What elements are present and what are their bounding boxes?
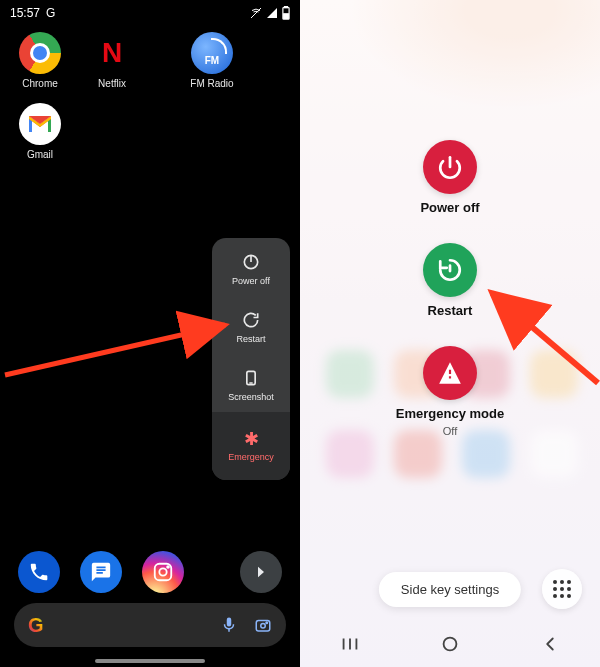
- samsung-restart[interactable]: Restart: [423, 243, 477, 318]
- svg-point-7: [261, 624, 266, 629]
- nav-back-icon[interactable]: [539, 633, 561, 655]
- side-key-label: Side key settings: [401, 582, 499, 597]
- app-netflix[interactable]: N Netflix: [76, 32, 148, 89]
- app-gmail[interactable]: Gmail: [4, 103, 76, 160]
- power-menu-screenshot[interactable]: Screenshot: [212, 354, 290, 412]
- app-label: Netflix: [98, 78, 126, 89]
- app-label: Gmail: [27, 149, 53, 160]
- status-icons: [250, 6, 290, 20]
- restart-icon: [241, 310, 261, 330]
- phone-icon: [28, 561, 50, 583]
- status-time: 15:57: [10, 6, 40, 20]
- messages-icon: [90, 561, 112, 583]
- restart-icon: [423, 243, 477, 297]
- screenshot-icon: [241, 368, 261, 388]
- app-label: FM Radio: [190, 78, 233, 89]
- instagram-icon: [152, 561, 174, 583]
- gmail-icon: [19, 103, 61, 145]
- status-bar: 15:57 G: [0, 0, 300, 22]
- google-search-bar[interactable]: G: [14, 603, 286, 647]
- samsung-phone-screen: Power off Restart Emergency mode Off Sid…: [300, 0, 600, 667]
- pixel-power-menu: Power off Restart Screenshot ✱ Emergency: [212, 238, 290, 480]
- samsung-menu-label: Restart: [428, 303, 473, 318]
- nav-home-icon[interactable]: [439, 633, 461, 655]
- messages-app[interactable]: [80, 551, 122, 593]
- chevron-up-icon: [252, 563, 270, 581]
- power-icon: [241, 252, 261, 272]
- emergency-asterisk-icon: ✱: [244, 430, 259, 448]
- signal-icon: [266, 7, 278, 19]
- power-menu-label: Restart: [236, 334, 265, 344]
- emergency-icon: [423, 346, 477, 400]
- power-menu-label: Power off: [232, 276, 270, 286]
- power-menu-label: Screenshot: [228, 392, 274, 402]
- no-data-icon: [250, 7, 262, 19]
- power-menu-emergency[interactable]: ✱ Emergency: [212, 412, 290, 480]
- samsung-menu-sublabel: Off: [443, 425, 457, 437]
- battery-icon: [282, 6, 290, 20]
- power-icon: [423, 140, 477, 194]
- netflix-icon: N: [91, 32, 133, 74]
- power-menu-poweroff[interactable]: Power off: [212, 238, 290, 296]
- svg-rect-1: [284, 6, 287, 8]
- samsung-power-menu: Power off Restart Emergency mode Off: [300, 140, 600, 437]
- svg-point-5: [167, 566, 169, 568]
- apps-drawer-button[interactable]: [542, 569, 582, 609]
- app-drawer-button[interactable]: [240, 551, 282, 593]
- samsung-nav-bar: [300, 621, 600, 667]
- nav-recents-icon[interactable]: [339, 633, 361, 655]
- side-key-settings-button[interactable]: Side key settings: [379, 572, 521, 607]
- apps-grid-icon: [553, 580, 571, 598]
- samsung-emergency-mode[interactable]: Emergency mode Off: [396, 346, 504, 437]
- app-label: Chrome: [22, 78, 58, 89]
- svg-rect-16: [349, 639, 351, 650]
- gesture-nav-handle[interactable]: [95, 659, 205, 663]
- mic-icon[interactable]: [220, 616, 238, 634]
- svg-point-4: [159, 568, 166, 575]
- svg-point-8: [266, 622, 268, 624]
- power-menu-label: Emergency: [228, 452, 274, 462]
- app-chrome[interactable]: Chrome: [4, 32, 76, 89]
- svg-rect-15: [343, 639, 345, 650]
- svg-rect-17: [356, 639, 358, 650]
- power-menu-restart[interactable]: Restart: [212, 296, 290, 354]
- fmradio-icon: FM: [191, 32, 233, 74]
- dock: [0, 551, 300, 593]
- phone-app[interactable]: [18, 551, 60, 593]
- samsung-menu-label: Emergency mode: [396, 406, 504, 421]
- pixel-phone-screen: 15:57 G Chrome N Netflix FM FM Radio Gma…: [0, 0, 300, 667]
- lens-icon[interactable]: [254, 616, 272, 634]
- svg-line-13: [5, 325, 225, 375]
- samsung-menu-label: Power off: [420, 200, 479, 215]
- svg-point-18: [444, 638, 457, 651]
- svg-rect-2: [284, 14, 289, 19]
- instagram-app[interactable]: [142, 551, 184, 593]
- chrome-icon: [19, 32, 61, 74]
- app-grid: Chrome N Netflix FM FM Radio Gmail: [0, 22, 300, 174]
- samsung-power-off[interactable]: Power off: [420, 140, 479, 215]
- status-indicator-g: G: [46, 6, 55, 20]
- app-fmradio[interactable]: FM FM Radio: [176, 32, 248, 89]
- google-g-icon: G: [28, 614, 44, 637]
